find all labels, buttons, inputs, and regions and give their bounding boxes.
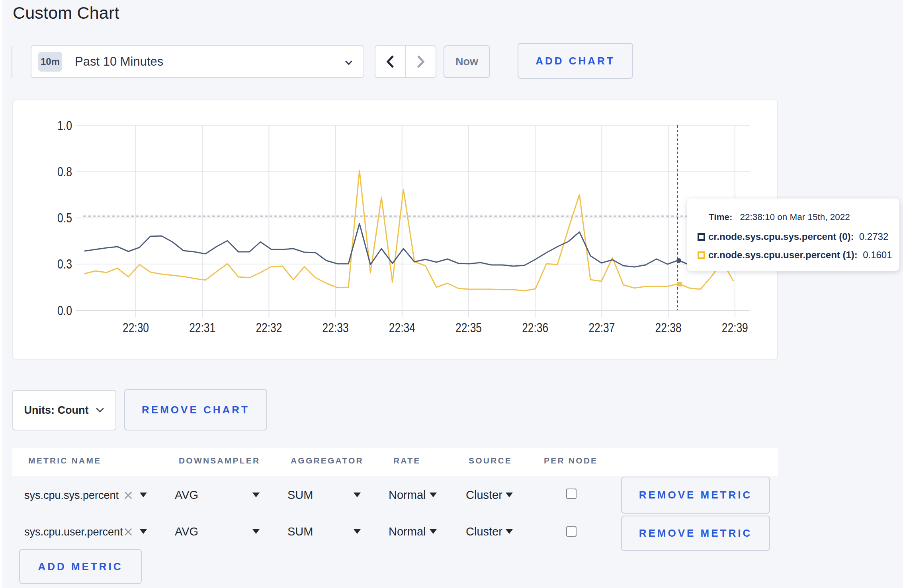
- svg-text:0.0: 0.0: [57, 303, 72, 318]
- svg-text:22:31: 22:31: [189, 320, 215, 335]
- svg-text:22:34: 22:34: [389, 320, 415, 335]
- svg-text:22:38: 22:38: [655, 320, 682, 335]
- svg-text:1.0: 1.0: [57, 118, 72, 133]
- svg-text:22:32: 22:32: [256, 320, 282, 335]
- svg-text:22:36: 22:36: [522, 320, 548, 335]
- svg-text:22:30: 22:30: [123, 320, 149, 335]
- svg-text:22:35: 22:35: [455, 320, 482, 335]
- svg-text:0.5: 0.5: [57, 210, 72, 225]
- svg-text:0.8: 0.8: [57, 164, 72, 179]
- svg-text:22:33: 22:33: [322, 320, 349, 335]
- svg-text:22:39: 22:39: [722, 320, 748, 335]
- svg-text:22:37: 22:37: [588, 320, 615, 335]
- svg-text:0.3: 0.3: [57, 256, 72, 271]
